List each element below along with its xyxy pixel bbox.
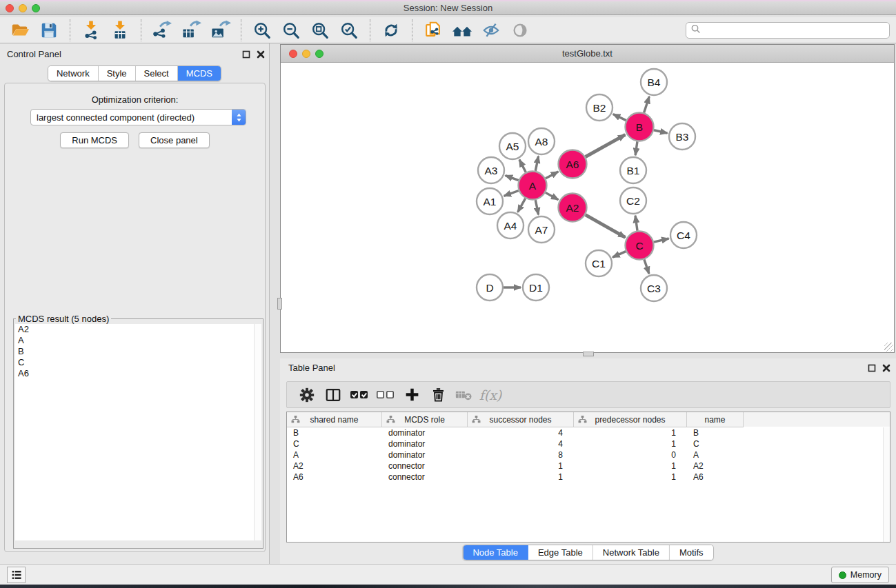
- export-network-icon[interactable]: [148, 19, 177, 42]
- graph-node-D1[interactable]: D1: [523, 274, 549, 301]
- deselect-all-checkboxes-icon[interactable]: [372, 383, 399, 407]
- graph-node-C4[interactable]: C4: [670, 222, 697, 248]
- run-mcds-button[interactable]: Run MCDS: [60, 132, 129, 148]
- zoom-selected-icon[interactable]: [335, 19, 364, 42]
- graph-node-A1[interactable]: A1: [477, 188, 503, 214]
- function-builder-icon[interactable]: f(x): [477, 383, 504, 407]
- graph-edge-C-C3[interactable]: [644, 259, 649, 274]
- mcds-result-item[interactable]: C: [15, 357, 261, 368]
- graph-edge-A-A2[interactable]: [546, 192, 559, 199]
- delete-icon[interactable]: [425, 383, 451, 407]
- table-scrollbar[interactable]: [883, 427, 890, 542]
- open-session-icon[interactable]: [6, 19, 34, 42]
- graph-node-B1[interactable]: B1: [620, 157, 646, 183]
- zoom-window-button[interactable]: [32, 4, 40, 12]
- zoom-in-icon[interactable]: [248, 19, 277, 42]
- graph-node-C1[interactable]: C1: [586, 250, 612, 276]
- birdseye-handle-left[interactable]: [277, 298, 282, 310]
- save-session-icon[interactable]: [34, 19, 63, 42]
- graph-edge-A-A7[interactable]: [535, 200, 538, 214]
- graph-edge-C-C1[interactable]: [613, 252, 626, 257]
- mcds-result-item[interactable]: A: [15, 335, 261, 346]
- home-neighbors-icon[interactable]: [448, 19, 477, 42]
- criterion-dropdown[interactable]: largest connected component (directed): [30, 109, 246, 125]
- network-window-titlebar[interactable]: testGlobe.txt: [281, 45, 894, 63]
- graph-node-B3[interactable]: B3: [669, 123, 695, 150]
- graph-node-A3[interactable]: A3: [478, 157, 504, 183]
- graph-edge-B-B4[interactable]: [644, 97, 650, 113]
- export-image-icon[interactable]: [206, 19, 235, 42]
- clone-network-icon[interactable]: [419, 19, 448, 42]
- export-table-icon[interactable]: [177, 19, 206, 42]
- float-panel-icon[interactable]: [241, 50, 250, 59]
- column-header-predecessor-nodes[interactable]: predecessor nodes: [574, 412, 687, 427]
- zoom-fit-icon[interactable]: [306, 19, 335, 42]
- graph-node-C2[interactable]: C2: [620, 187, 646, 214]
- column-header-successor-nodes[interactable]: successor nodes: [468, 412, 574, 427]
- network-minimize-button[interactable]: [302, 50, 310, 58]
- graph-edge-B-B3[interactable]: [654, 130, 668, 133]
- graph-node-D[interactable]: D: [477, 274, 503, 301]
- table-row[interactable]: Adominator80A: [287, 449, 890, 460]
- graph-edge-C-C2[interactable]: [635, 216, 637, 231]
- refresh-icon[interactable]: [377, 19, 406, 42]
- graph-node-A5[interactable]: A5: [499, 133, 526, 159]
- search-input[interactable]: [686, 22, 890, 39]
- import-table-icon[interactable]: [106, 19, 135, 42]
- graph-edge-A-A1[interactable]: [504, 190, 519, 196]
- import-network-icon[interactable]: [77, 19, 106, 42]
- mcds-result-item[interactable]: B: [15, 346, 261, 357]
- table-row[interactable]: A6connector11A6: [287, 472, 890, 483]
- show-eye-icon[interactable]: [506, 19, 535, 42]
- minimize-window-button[interactable]: [19, 4, 27, 12]
- close-panel-button[interactable]: Close panel: [139, 132, 210, 148]
- graph-node-B4[interactable]: B4: [641, 69, 667, 95]
- graph-node-A[interactable]: A: [519, 172, 547, 200]
- table-row[interactable]: Bdominator41B: [287, 427, 890, 438]
- float-table-panel-icon[interactable]: [867, 363, 876, 372]
- tab-node-table[interactable]: Node Table: [463, 545, 528, 560]
- graph-node-A4[interactable]: A4: [497, 212, 524, 239]
- tab-motifs[interactable]: Motifs: [670, 545, 713, 560]
- graph-edge-A-A6[interactable]: [546, 172, 558, 179]
- column-header-mcds-role[interactable]: MCDS role: [382, 412, 468, 427]
- hide-eye-icon[interactable]: [477, 19, 506, 42]
- graph-node-B2[interactable]: B2: [586, 94, 613, 121]
- graph-edge-A-A5[interactable]: [519, 160, 526, 172]
- table-row[interactable]: A2connector11A2: [287, 460, 890, 472]
- window-resize-grip[interactable]: [884, 343, 893, 352]
- tab-mcds[interactable]: MCDS: [178, 66, 221, 81]
- graph-edge-A-A8[interactable]: [535, 156, 538, 171]
- graph-edge-B-B1[interactable]: [635, 141, 637, 155]
- network-zoom-button[interactable]: [315, 50, 323, 58]
- mcds-result-item[interactable]: A2: [15, 324, 261, 335]
- graph-node-C3[interactable]: C3: [641, 275, 667, 301]
- tab-network-table[interactable]: Network Table: [593, 545, 670, 560]
- birdseye-handle-bottom[interactable]: [583, 352, 594, 356]
- network-close-button[interactable]: [289, 50, 297, 58]
- graph-node-A2[interactable]: A2: [559, 194, 587, 222]
- graph-node-A8[interactable]: A8: [528, 128, 555, 154]
- split-view-icon[interactable]: [320, 383, 346, 407]
- graph-edge-C-C4[interactable]: [654, 239, 669, 242]
- search-text-field[interactable]: [701, 23, 889, 37]
- settings-gear-icon[interactable]: [294, 383, 320, 407]
- network-graph[interactable]: AA1A2A3A4A5A6A7A8BB1B2B3B4CC1C2C3C4DD1: [281, 63, 894, 352]
- close-window-button[interactable]: [6, 4, 14, 12]
- graph-node-B[interactable]: B: [626, 113, 654, 141]
- column-header-name[interactable]: name: [687, 412, 744, 427]
- close-panel-icon[interactable]: [256, 50, 265, 59]
- delete-table-icon[interactable]: [451, 383, 477, 407]
- table-row[interactable]: Cdominator41C: [287, 438, 890, 449]
- graph-edge-B-B2[interactable]: [613, 114, 626, 121]
- graph-edge-A-A4[interactable]: [518, 199, 526, 212]
- graph-edge-A-A3[interactable]: [506, 176, 519, 181]
- zoom-out-icon[interactable]: [277, 19, 306, 42]
- tab-network[interactable]: Network: [48, 66, 99, 81]
- graph-node-A7[interactable]: A7: [528, 216, 555, 243]
- mcds-list-scrollbar[interactable]: [254, 324, 261, 540]
- graph-node-A6[interactable]: A6: [559, 150, 587, 179]
- select-all-checkboxes-icon[interactable]: [346, 383, 372, 407]
- close-table-panel-icon[interactable]: [882, 363, 890, 372]
- tab-edge-table[interactable]: Edge Table: [528, 545, 593, 560]
